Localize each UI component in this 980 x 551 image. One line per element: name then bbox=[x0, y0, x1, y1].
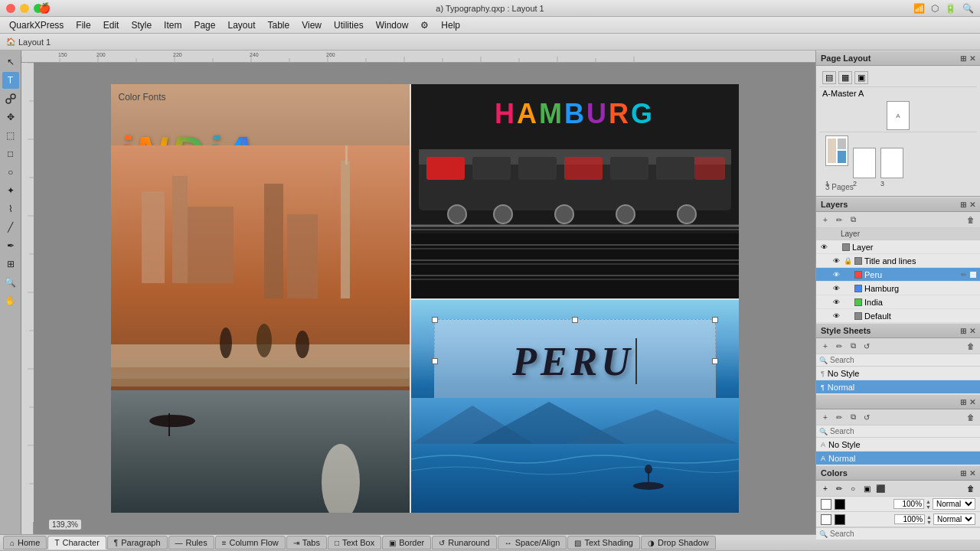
layer-eye-icon[interactable]: 👁 bbox=[819, 243, 828, 252]
breadcrumb-layout[interactable]: Layout 1 bbox=[18, 37, 51, 47]
image-tool[interactable]: ⬚ bbox=[2, 127, 19, 144]
peru-text-box[interactable]: PERU bbox=[434, 319, 716, 403]
tab-tabs[interactable]: ⇥ Tabs bbox=[286, 536, 327, 549]
tab-paragraph[interactable]: ¶ Paragraph bbox=[107, 536, 168, 549]
menu-window[interactable]: Window bbox=[370, 18, 415, 32]
tab-textbox[interactable]: □ Text Box bbox=[328, 536, 381, 549]
layer-lock-peru[interactable] bbox=[843, 270, 852, 279]
layer-item-root[interactable]: 👁 Layer bbox=[816, 240, 980, 254]
opacity-down-1[interactable]: ▼ bbox=[926, 504, 931, 510]
color-swatch-4[interactable] bbox=[835, 514, 845, 525]
ss2-item-nostyle[interactable]: A No Style bbox=[816, 438, 980, 452]
ss-item-nostyle-1[interactable]: ¶ No Style bbox=[816, 367, 980, 380]
trash-color-btn[interactable]: 🗑 bbox=[965, 482, 977, 494]
ss-duplicate-btn-2[interactable]: ⧉ bbox=[847, 411, 859, 423]
ss-duplicate-btn-1[interactable]: ⧉ bbox=[847, 340, 859, 352]
ss-refresh-btn-2[interactable]: ↺ bbox=[861, 411, 873, 423]
tab-columnflow[interactable]: ≡ Column Flow bbox=[215, 536, 286, 549]
edit-layer-btn[interactable]: ✏ bbox=[833, 214, 845, 226]
menu-view[interactable]: View bbox=[296, 18, 328, 32]
blend-mode-select-1[interactable]: Normal Multiply Screen bbox=[933, 498, 975, 510]
add-layer-btn[interactable]: + bbox=[819, 214, 831, 226]
menu-item[interactable]: Item bbox=[158, 18, 188, 32]
layer-lock-titlelines[interactable]: 🔒 bbox=[843, 256, 852, 266]
ss-add-btn-1[interactable]: + bbox=[819, 340, 831, 352]
layer-lock-icon[interactable] bbox=[831, 243, 840, 252]
minimize-button[interactable] bbox=[20, 4, 29, 13]
ss-refresh-btn-1[interactable]: ↺ bbox=[861, 340, 873, 352]
layers-expand-icon[interactable]: ⊞ bbox=[960, 201, 966, 209]
master-page-thumb[interactable]: A bbox=[887, 101, 910, 130]
page-1-thumb[interactable] bbox=[825, 135, 848, 166]
layer-edit-peru-icon[interactable]: ✏ bbox=[961, 271, 967, 279]
blend-color-btn[interactable]: ▣ bbox=[861, 482, 873, 494]
menu-utilities[interactable]: Utilities bbox=[328, 18, 370, 32]
ss-expand-icon-1[interactable]: ⊞ bbox=[960, 327, 966, 335]
grid-tool[interactable]: ⊞ bbox=[2, 256, 19, 272]
layout-view-2[interactable]: ▦ bbox=[838, 71, 852, 84]
layer-item-hamburg[interactable]: 👁 Hamburg bbox=[816, 282, 980, 295]
layers-close-icon[interactable]: ✕ bbox=[969, 201, 975, 209]
tab-border[interactable]: ▣ Border bbox=[382, 536, 431, 549]
rectangle-tool[interactable]: □ bbox=[2, 145, 19, 162]
ss-close-icon-2[interactable]: ✕ bbox=[969, 398, 975, 406]
menu-scriptmenu[interactable]: ⚙ bbox=[414, 18, 435, 32]
layer-eye-default[interactable]: 👁 bbox=[831, 311, 841, 321]
layer-eye-hamburg[interactable]: 👁 bbox=[831, 284, 841, 293]
menu-style[interactable]: Style bbox=[125, 18, 158, 32]
selection-handle-tl[interactable] bbox=[432, 317, 438, 323]
selection-handle-mr[interactable] bbox=[712, 358, 718, 364]
ss-item-normal-1[interactable]: ¶ Normal bbox=[816, 380, 980, 394]
blend-mode-select-2[interactable]: Normal bbox=[933, 514, 975, 525]
tab-runaround[interactable]: ↺ Runaround bbox=[432, 536, 496, 549]
ss-edit-btn-1[interactable]: ✏ bbox=[833, 340, 845, 352]
color-swatch-3[interactable] bbox=[821, 514, 831, 525]
ss-edit-btn-2[interactable]: ✏ bbox=[833, 411, 845, 423]
zoom-tool[interactable]: 🔍 bbox=[2, 274, 19, 291]
oval-tool[interactable]: ○ bbox=[2, 164, 19, 181]
selection-handle-tr[interactable] bbox=[712, 317, 718, 323]
tab-rules[interactable]: — Rules bbox=[168, 536, 214, 549]
page-3-thumb[interactable] bbox=[880, 148, 903, 178]
layer-eye-india[interactable]: 👁 bbox=[831, 298, 841, 307]
page-2-thumb[interactable] bbox=[853, 148, 876, 178]
menu-layout[interactable]: Layout bbox=[221, 18, 261, 32]
tab-character[interactable]: T Character bbox=[47, 536, 106, 549]
menu-file[interactable]: File bbox=[70, 18, 96, 32]
line-tool[interactable]: ╱ bbox=[2, 219, 19, 236]
menu-edit[interactable]: Edit bbox=[97, 18, 126, 32]
menu-table[interactable]: Table bbox=[261, 18, 296, 32]
ss-expand-icon-2[interactable]: ⊞ bbox=[960, 398, 966, 406]
canvas-viewport[interactable]: Color Fonts iNDiA bbox=[34, 63, 815, 534]
layer-lock-india[interactable] bbox=[843, 298, 852, 307]
layout-view-1[interactable]: ▤ bbox=[822, 71, 836, 84]
tab-home[interactable]: ⌂ Home bbox=[3, 536, 47, 549]
opacity-input-1[interactable] bbox=[893, 499, 924, 509]
hand-tool[interactable]: ✋ bbox=[2, 292, 19, 309]
text-tool[interactable]: T bbox=[2, 72, 19, 89]
swatch-view-btn[interactable]: ⬛ bbox=[874, 482, 887, 494]
edit-color-btn[interactable]: ✏ bbox=[833, 482, 845, 494]
layer-item-india[interactable]: 👁 India bbox=[816, 295, 980, 309]
ss-delete-btn-1[interactable]: 🗑 bbox=[965, 340, 977, 352]
layer-item-titlelines[interactable]: 👁 🔒 Title and lines bbox=[816, 254, 980, 268]
tab-dropshadow[interactable]: ◑ Drop Shadow bbox=[641, 536, 716, 549]
layer-lock-hamburg[interactable] bbox=[843, 284, 852, 293]
add-color-btn[interactable]: + bbox=[819, 482, 831, 494]
ss-close-icon-1[interactable]: ✕ bbox=[969, 327, 975, 335]
ss2-item-normal[interactable]: A Normal bbox=[816, 452, 980, 465]
ss-delete-btn-2[interactable]: 🗑 bbox=[965, 411, 977, 423]
color-swatch-2[interactable] bbox=[835, 499, 845, 510]
tab-textshading[interactable]: ▧ Text Shading bbox=[567, 536, 640, 549]
layer-eye-peru[interactable]: 👁 bbox=[831, 270, 841, 279]
layout-view-3[interactable]: ▣ bbox=[854, 71, 868, 84]
panel-close-icon[interactable]: ✕ bbox=[969, 54, 975, 63]
delete-color-icon[interactable]: ○ bbox=[847, 482, 859, 494]
ss-add-btn-2[interactable]: + bbox=[819, 411, 831, 423]
item-tool[interactable]: ✥ bbox=[2, 109, 19, 126]
tab-spacealign[interactable]: ↔ Space/Align bbox=[498, 536, 567, 549]
menu-quarkxpress[interactable]: QuarkXPress bbox=[3, 18, 70, 32]
colors-expand-icon[interactable]: ⊞ bbox=[960, 469, 966, 478]
opacity-down-2[interactable]: ▼ bbox=[926, 520, 932, 525]
duplicate-layer-btn[interactable]: ⧉ bbox=[847, 214, 859, 226]
